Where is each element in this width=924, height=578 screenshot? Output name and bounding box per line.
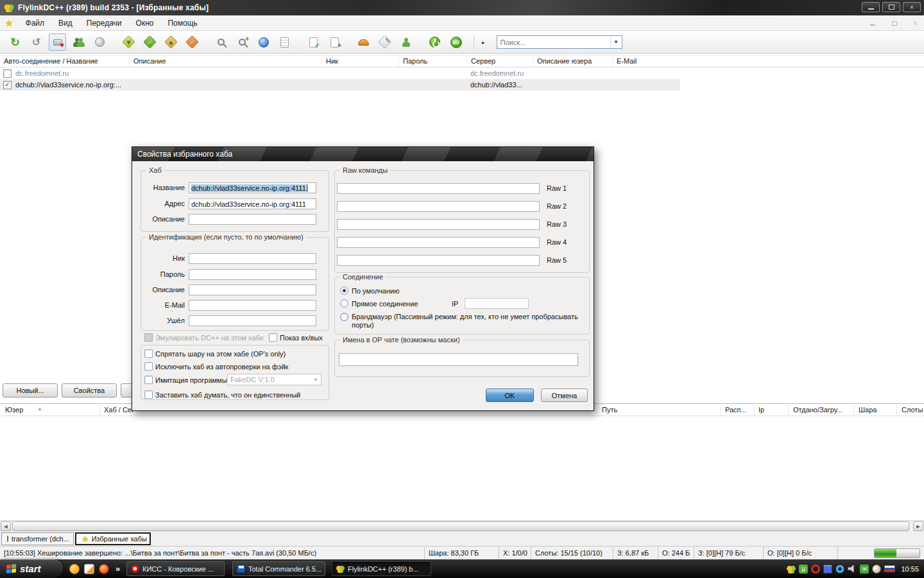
col-user[interactable]: Юзер xyxy=(5,406,23,414)
search-spy-icon[interactable] xyxy=(255,33,272,51)
password-field[interactable] xyxy=(189,269,316,280)
direct-connection-radio[interactable] xyxy=(340,299,348,308)
exclusive-hub-checkbox[interactable] xyxy=(144,390,153,399)
menu-view[interactable]: Вид xyxy=(51,19,80,28)
maximize-button[interactable] xyxy=(882,2,900,12)
notepad-icon[interactable] xyxy=(276,33,293,51)
menu-help[interactable]: Помощь xyxy=(160,19,204,28)
start-button[interactable]: start xyxy=(0,559,63,578)
rename-icon[interactable]: ✎ xyxy=(376,33,393,51)
scrollbar-thumb[interactable] xyxy=(12,521,909,531)
new-hub-button[interactable]: Новый... xyxy=(3,383,58,398)
task-total-commander[interactable]: Total Commander 6.5... xyxy=(232,561,325,576)
favorite-users-icon[interactable] xyxy=(70,33,87,51)
mdi-close-icon[interactable]: × xyxy=(914,19,918,27)
tray-flylinkdc-icon[interactable] xyxy=(787,565,796,574)
raw1-field[interactable] xyxy=(337,183,540,194)
col-description[interactable]: Описание xyxy=(130,56,322,67)
menu-transfers[interactable]: Передачи xyxy=(80,19,129,28)
settings-wizard-icon[interactable]: + xyxy=(326,33,343,51)
minimize-button[interactable] xyxy=(862,2,880,12)
hub-address-field[interactable] xyxy=(189,198,316,209)
show-joins-checkbox[interactable] xyxy=(269,333,277,342)
col-nick[interactable]: Ник xyxy=(322,56,399,67)
col-hub-segment[interactable]: Хаб / Сег xyxy=(104,406,134,414)
horizontal-scrollbar[interactable]: ◀ ▶ xyxy=(0,520,924,531)
hat-icon[interactable] xyxy=(355,33,372,51)
email-field[interactable] xyxy=(189,300,316,311)
download-queue-icon[interactable]: ▼ xyxy=(120,33,137,51)
tray-eye-icon[interactable] xyxy=(835,565,844,574)
autoconnect-checkbox[interactable]: ✓ xyxy=(3,81,12,89)
firewall-radio[interactable] xyxy=(340,313,348,321)
tab-transformer-hub[interactable]: transformer (dch... xyxy=(1,532,74,545)
tray-mail-icon[interactable]: ✉ xyxy=(860,565,869,574)
close-button[interactable]: × xyxy=(903,2,921,12)
col-server[interactable]: Сервер xyxy=(467,56,533,67)
refresh-icon[interactable]: ↻ xyxy=(6,33,24,51)
waiting-users-icon[interactable]: ▲ xyxy=(162,33,180,51)
col-share[interactable]: Шара xyxy=(859,406,877,414)
raw5-field[interactable] xyxy=(337,255,540,266)
recent-hubs-icon[interactable] xyxy=(91,33,108,51)
hub-description-field[interactable] xyxy=(189,214,316,225)
adl-search-icon[interactable]: + xyxy=(234,33,251,51)
favorite-hubs-icon[interactable]: ♥ xyxy=(49,33,66,51)
exclude-fakecheck-checkbox[interactable] xyxy=(144,362,153,371)
task-flylinkdc[interactable]: FlylinkDC++ (r389) b... xyxy=(332,561,431,576)
hub-row-vlad33[interactable]: ✓ dchub://vlad33service.no-ip.org:... dc… xyxy=(0,79,680,91)
nick-field[interactable] xyxy=(189,253,316,264)
reconnect-icon[interactable]: ↺ xyxy=(28,33,45,51)
user-description-field[interactable] xyxy=(189,285,316,295)
col-path[interactable]: Путь xyxy=(602,406,617,414)
tab-favorite-hubs[interactable]: ★ Избранные хабы xyxy=(75,532,151,545)
col-autoconnect-name[interactable]: Авто-соединение / Название xyxy=(0,56,130,67)
quicklaunch-overflow-chevron[interactable]: » xyxy=(116,564,120,574)
search-dropdown-button[interactable]: ▼ xyxy=(610,36,622,48)
cancel-button[interactable]: Отмена xyxy=(541,389,588,402)
scroll-left-button[interactable]: ◀ xyxy=(1,521,11,531)
col-slots[interactable]: Слоты xyxy=(902,406,923,414)
shutdown-icon[interactable] xyxy=(426,33,443,51)
language-flag-icon[interactable] xyxy=(884,565,895,572)
tray-utorrent-icon[interactable]: µ xyxy=(799,565,808,574)
col-password[interactable]: Пароль xyxy=(399,56,467,67)
quicklaunch-opera-icon[interactable] xyxy=(99,564,109,574)
quicklaunch-paint-icon[interactable] xyxy=(84,564,94,574)
opchat-names-field[interactable] xyxy=(339,353,578,366)
col-ratio[interactable]: Отдано/Загру... xyxy=(793,406,843,414)
task-kicc[interactable]: КИСС - Ковровские ... xyxy=(126,561,225,576)
away-message-field[interactable] xyxy=(189,315,316,326)
toolbar-more-button[interactable]: ▸ xyxy=(479,37,488,48)
mdi-minimize-icon[interactable] xyxy=(870,24,875,26)
tray-opera-icon[interactable] xyxy=(811,565,820,574)
menu-file[interactable]: Файл xyxy=(19,19,52,28)
hide-share-checkbox[interactable] xyxy=(144,349,153,358)
tray-cow-icon[interactable] xyxy=(872,565,881,574)
scroll-right-button[interactable]: ▶ xyxy=(913,521,923,531)
finished-uploads-icon[interactable]: ✓ xyxy=(184,33,201,51)
mdi-restore-icon[interactable] xyxy=(892,21,897,26)
tray-volume-icon[interactable] xyxy=(848,565,857,574)
ok-button[interactable]: OK xyxy=(486,389,534,402)
search-input[interactable] xyxy=(497,36,610,48)
properties-button[interactable]: Свойства xyxy=(62,383,117,398)
away-mode-icon[interactable] xyxy=(397,33,415,51)
hub-row-freedomnet[interactable]: dc.freedomnet.ru dc.freedomnet.ru xyxy=(0,67,680,79)
raw2-field[interactable] xyxy=(337,201,540,212)
quicklaunch-ball-icon[interactable] xyxy=(69,564,80,574)
col-ip[interactable]: Ip xyxy=(758,406,764,414)
menu-window[interactable]: Окно xyxy=(129,19,161,28)
raw3-field[interactable] xyxy=(337,219,540,230)
col-user-description[interactable]: Описание юзера xyxy=(533,56,613,67)
client-emulation-checkbox[interactable] xyxy=(144,376,153,384)
search-icon[interactable] xyxy=(212,33,230,51)
speed-limit-icon[interactable]: 80 xyxy=(447,33,465,51)
settings-check-icon[interactable]: ✓ xyxy=(305,33,322,51)
tray-display-icon[interactable] xyxy=(823,565,832,574)
raw4-field[interactable] xyxy=(337,237,540,248)
hub-name-field[interactable]: dchub://vlad33service.no-ip.org:4111 xyxy=(189,182,316,193)
finished-downloads-icon[interactable]: ✓ xyxy=(141,33,158,51)
col-email[interactable]: E-Mail xyxy=(613,56,680,67)
autoconnect-checkbox[interactable] xyxy=(3,69,12,78)
